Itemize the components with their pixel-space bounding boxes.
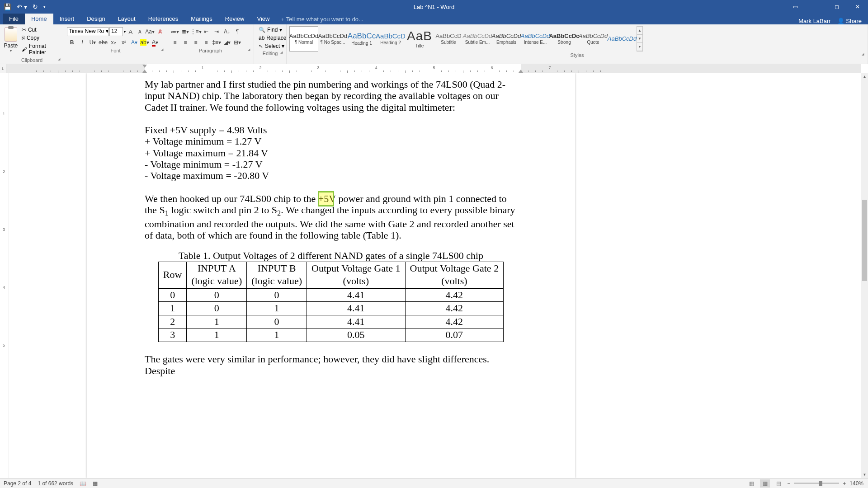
shrink-font-icon[interactable]: A [136, 27, 144, 36]
justify-icon[interactable]: ≡ [201, 38, 211, 47]
data-table: Row INPUT A(logic value) INPUT B(logic v… [158, 262, 504, 343]
copy-button[interactable]: ⎘Copy [21, 34, 61, 42]
borders-icon[interactable]: ⊞▾ [232, 38, 242, 47]
tab-file[interactable]: File [3, 13, 25, 24]
scroll-down-icon[interactable]: ▼ [861, 471, 868, 478]
document-page[interactable]: My lab partner and I first studied the p… [87, 73, 575, 478]
change-case-icon[interactable]: Aa▾ [145, 27, 155, 36]
web-layout-icon[interactable]: ▤ [774, 479, 783, 488]
minimize-icon[interactable]: — [806, 0, 826, 14]
scroll-thumb[interactable] [862, 200, 867, 281]
shading-icon[interactable]: ◢▾ [222, 38, 232, 47]
show-marks-icon[interactable]: ¶ [232, 27, 242, 36]
text-effects-icon[interactable]: A▾ [129, 38, 139, 47]
font-name-input[interactable]: Times New Ro ▾ [67, 27, 108, 36]
table-caption: Table 1. Output Voltages of 2 different … [145, 250, 517, 261]
zoom-slider[interactable] [794, 483, 839, 484]
spellcheck-icon[interactable]: 📖 [80, 480, 86, 487]
scissors-icon: ✂ [22, 27, 26, 33]
line-spacing-icon[interactable]: ‡≡▾ [212, 38, 222, 47]
close-icon[interactable]: ✕ [847, 0, 868, 14]
read-mode-icon[interactable]: ▦ [746, 479, 756, 488]
tab-design[interactable]: Design [80, 13, 111, 24]
tab-references[interactable]: References [142, 13, 184, 24]
tab-home[interactable]: Home [25, 13, 53, 24]
style-option[interactable]: AaBbCcDcStrong [550, 26, 579, 52]
sort-icon[interactable]: A↓ [222, 27, 232, 36]
superscript-icon[interactable]: x² [119, 38, 129, 47]
format-painter-button[interactable]: 🖌Format Painter [21, 42, 61, 56]
cut-button[interactable]: ✂Cut [21, 26, 61, 33]
paragraph-group-label: Paragraph [170, 47, 251, 54]
strike-icon[interactable]: abc [98, 38, 108, 47]
grow-font-icon[interactable]: A [127, 27, 135, 36]
underline-icon[interactable]: U▾ [88, 38, 98, 47]
word-count[interactable]: 1 of 662 words [38, 480, 73, 487]
increase-indent-icon[interactable]: ⇥ [212, 27, 222, 36]
window-title: Lab ^N1 - Word [414, 4, 454, 10]
scroll-up-icon[interactable]: ▲ [861, 73, 868, 80]
print-layout-icon[interactable]: ▥ [760, 479, 770, 488]
style-option[interactable]: AaBbCcDd [608, 26, 637, 52]
styles-gallery[interactable]: AaBbCcDd¶ NormalAaBbCcDd¶ No Spac...AaBb… [289, 25, 865, 52]
tab-mailings[interactable]: Mailings [184, 13, 219, 24]
style-option[interactable]: AaBbCcDdIntense E... [521, 26, 550, 52]
page-status[interactable]: Page 2 of 4 [4, 480, 31, 487]
font-color-icon[interactable]: A▾ [150, 38, 160, 47]
qat-customize-icon[interactable]: ▾ [43, 5, 46, 9]
tab-insert[interactable]: Insert [53, 13, 81, 24]
horizontal-ruler[interactable]: L 1234567 [0, 64, 861, 73]
style-option[interactable]: AaBbCcDd¶ No Spac... [318, 26, 347, 52]
decrease-indent-icon[interactable]: ⇤ [201, 27, 211, 36]
paste-button[interactable]: Paste ▾ [3, 25, 19, 53]
user-name[interactable]: Mark LaBarr [798, 18, 831, 24]
zoom-in-icon[interactable]: + [843, 480, 846, 487]
redo-icon[interactable]: ↻ [33, 3, 38, 10]
highlight-icon[interactable]: ab▾ [140, 38, 150, 47]
gallery-scroll[interactable]: ▲▼▾ [637, 26, 643, 52]
find-button[interactable]: 🔍Find ▾ [257, 26, 283, 33]
save-icon[interactable]: 💾 [4, 3, 11, 10]
style-option[interactable]: AaBbCcDHeading 2 [376, 26, 405, 52]
subscript-icon[interactable]: x₂ [108, 38, 118, 47]
italic-icon[interactable]: I [77, 38, 87, 47]
vertical-ruler[interactable]: 1 2 3 4 5 [0, 73, 9, 478]
style-option[interactable]: AaBbCcDdSubtle Em... [463, 26, 492, 52]
multilevel-icon[interactable]: ⋮≡▾ [191, 27, 201, 36]
replace-button[interactable]: abReplace [257, 34, 283, 42]
ribbon-options-icon[interactable]: ▭ [785, 0, 806, 14]
style-option[interactable]: AaBTitle [405, 26, 434, 52]
align-left-icon[interactable]: ≡ [170, 38, 180, 47]
align-center-icon[interactable]: ≡ [180, 38, 190, 47]
tab-layout[interactable]: Layout [112, 13, 142, 24]
tab-view[interactable]: View [250, 13, 276, 24]
align-right-icon[interactable]: ≡ [191, 38, 201, 47]
body-text: My lab partner and I first studied the p… [145, 79, 517, 113]
select-button[interactable]: ↖Select ▾ [257, 42, 283, 50]
style-option[interactable]: AaBbCcHeading 1 [347, 26, 376, 52]
style-option[interactable]: AaBbCcDSubtitle [434, 26, 463, 52]
share-button[interactable]: 👤 Share [837, 18, 862, 24]
zoom-level[interactable]: 140% [849, 480, 863, 487]
status-bar: Page 2 of 4 1 of 662 words 📖 ▦ ▦ ▥ ▤ − +… [0, 478, 868, 488]
undo-icon[interactable]: ↶ ▾ [17, 3, 27, 10]
style-option[interactable]: AaBbCcDd¶ Normal [289, 26, 318, 52]
tab-review[interactable]: Review [219, 13, 251, 24]
macro-icon[interactable]: ▦ [93, 480, 98, 487]
clear-format-icon[interactable]: A̷ [156, 27, 164, 36]
style-option[interactable]: AaBbCcDdQuote [579, 26, 608, 52]
zoom-out-icon[interactable]: − [787, 480, 790, 487]
maximize-icon[interactable]: ◻ [826, 0, 847, 14]
search-icon: 🔍 [259, 27, 265, 33]
numbering-icon[interactable]: ≣▾ [180, 27, 190, 36]
document-area[interactable]: 1 2 3 4 5 My lab partner and I first stu… [0, 73, 861, 478]
table-header-row: Row INPUT A(logic value) INPUT B(logic v… [158, 262, 503, 288]
font-size-input[interactable]: 12 [109, 27, 123, 36]
vertical-scrollbar[interactable]: ▲ ▼ [861, 73, 868, 478]
bold-icon[interactable]: B [67, 38, 77, 47]
bullets-icon[interactable]: ≔▾ [170, 27, 180, 36]
style-option[interactable]: AaBbCcDdEmphasis [492, 26, 521, 52]
ruler-corner: L [0, 64, 6, 73]
tell-me-search[interactable]: Tell me what you want to do... [280, 14, 363, 24]
measurement-line: - Voltage maximum = -20.80 V [145, 170, 517, 181]
